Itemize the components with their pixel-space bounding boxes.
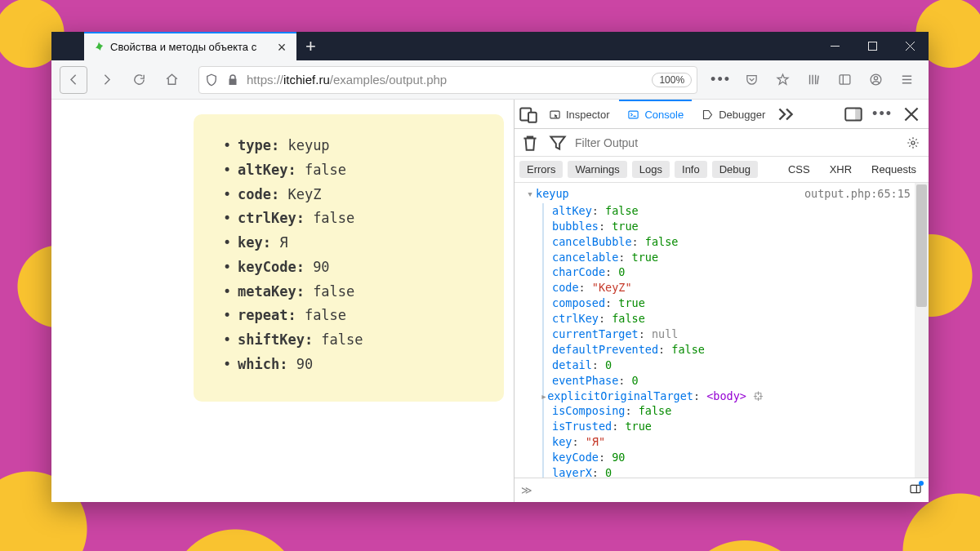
event-summary-item: metaKey: false [223,280,488,304]
page-viewport[interactable]: type: keyupaltKey: falsecode: KeyZctrlKe… [51,100,514,502]
tab-debugger[interactable]: Debugger [693,100,773,129]
console-property: bubbles: true [552,219,929,234]
console-prompt-icon: ≫ [521,484,532,496]
console-property: isComposing: false [552,403,929,419]
pocket-icon[interactable] [737,66,765,94]
tab-inspector[interactable]: Inspector [541,100,617,129]
bookmark-star-icon[interactable] [768,66,796,94]
sidebar-icon[interactable] [831,66,858,94]
new-tab-button[interactable]: + [296,32,325,60]
dock-side-icon[interactable] [843,104,864,125]
maximize-button[interactable] [853,32,891,60]
pill-xhr[interactable]: XHR [822,161,859,178]
tab-active[interactable]: Свойства и методы объекта с × [84,32,296,60]
minimize-button[interactable] [816,32,853,60]
split-console-icon[interactable] [909,482,922,498]
event-summary-item: ctrlKey: false [223,207,488,231]
console-property: keyCode: 90 [552,450,929,465]
tracking-shield-icon[interactable] [204,73,219,87]
console-output[interactable]: ▾ keyup output.php:65:15 altKey: falsebu… [514,183,929,478]
console-property: altKey: false [552,203,929,219]
console-property: cancelBubble: false [552,234,929,250]
library-icon[interactable] [800,66,827,94]
close-button[interactable] [891,32,929,60]
svg-rect-9 [629,111,638,118]
tab-console[interactable]: Console [619,100,692,129]
url-text: https://itchief.ru/examples/output.php [247,73,645,87]
event-summary-item: shiftKey: false [223,328,488,353]
pill-logs[interactable]: Logs [632,161,670,178]
svg-rect-13 [911,485,920,492]
tab-close-icon[interactable]: × [275,41,288,54]
console-input-row[interactable]: ≫ [514,478,929,502]
log-filters: Errors Warnings Logs Info Debug CSS XHR … [514,157,929,183]
pill-warnings[interactable]: Warnings [568,161,626,178]
svg-rect-0 [831,46,840,47]
event-summary-item: which: 90 [223,353,488,377]
svg-point-5 [874,77,877,80]
account-icon[interactable] [862,66,889,94]
console-property: ctrlKey: false [552,311,929,327]
event-summary-item: altKey: false [223,158,488,183]
event-summary-list: type: keyupaltKey: falsecode: KeyZctrlKe… [223,134,488,377]
devtools-panel: Inspector Console Debugger ••• Errors [514,100,929,502]
console-property: charCode: 0 [552,264,929,280]
home-button[interactable] [158,66,185,94]
console-scrollbar[interactable] [915,183,929,478]
zoom-badge[interactable]: 100% [652,73,692,87]
settings-gear-icon[interactable] [902,132,924,153]
console-property: key: "Я" [552,434,929,450]
devtools-close-icon[interactable] [901,104,922,125]
page-actions-icon[interactable]: ••• [707,71,734,88]
responsive-design-icon[interactable] [518,104,539,125]
url-bar[interactable]: https://itchief.ru/examples/output.php 1… [198,66,697,94]
pill-info[interactable]: Info [675,161,707,178]
event-summary-card: type: keyupaltKey: falsecode: KeyZctrlKe… [194,114,504,402]
filter-icon[interactable] [547,132,568,153]
console-property: isTrusted: true [552,419,929,434]
pill-debug[interactable]: Debug [712,161,758,178]
console-property: detail: 0 [552,358,929,373]
event-properties: altKey: falsebubbles: truecancelBubble: … [542,203,929,478]
tab-strip: Свойства и методы объекта с × + [51,32,325,60]
back-button[interactable] [60,66,87,94]
event-summary-item: keyCode: 90 [223,256,488,280]
devtools-tabs: Inspector Console Debugger ••• [514,100,929,129]
tab-title: Свойства и методы объекта с [110,41,270,53]
content-area: type: keyupaltKey: falsecode: KeyZctrlKe… [51,100,929,502]
svg-rect-1 [868,42,876,51]
console-property: defaultPrevented: false [552,342,929,358]
devtools-more-icon[interactable]: ••• [869,105,896,122]
clear-console-icon[interactable] [519,132,541,153]
svg-rect-7 [528,112,537,122]
browser-window: Свойства и методы объекта с × + https://… [51,32,929,502]
window-controls [816,32,929,60]
console-property: eventPhase: 0 [552,373,929,389]
svg-rect-11 [855,108,862,120]
event-source-link[interactable]: output.php:65:15 [804,186,929,202]
event-summary-item: repeat: false [223,304,488,328]
console-property: cancelable: true [552,250,929,265]
pill-errors[interactable]: Errors [519,161,563,178]
lock-icon[interactable] [225,73,240,87]
console-toolbar [514,129,929,157]
pill-requests[interactable]: Requests [864,161,924,178]
event-summary-item: key: Я [223,231,488,256]
console-property: layerX: 0 [552,465,929,478]
chevron-down-icon[interactable]: ▾ [524,186,536,202]
event-summary-item: type: keyup [223,134,488,158]
console-property: currentTarget: null [552,327,929,342]
menu-icon[interactable] [893,66,920,94]
console-property: composed: true [552,295,929,311]
svg-point-12 [911,141,915,144]
console-property: code: "KeyZ" [552,280,929,295]
event-name: keyup [536,186,569,202]
reload-button[interactable] [125,66,153,94]
event-summary-item: code: KeyZ [223,183,488,207]
console-property: ▸explicitOriginalTarget: <body> ⯐ [552,389,929,404]
tabs-overflow-icon[interactable] [775,104,796,125]
filter-input[interactable] [575,136,896,149]
forward-button[interactable] [92,66,120,94]
titlebar: Свойства и методы объекта с × + [51,32,929,60]
pill-css[interactable]: CSS [781,161,817,178]
